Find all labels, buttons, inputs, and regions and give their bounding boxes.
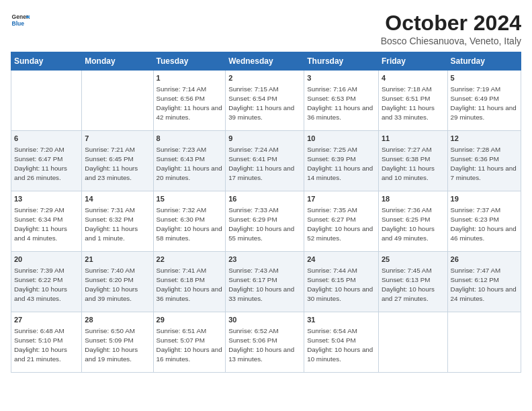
sunrise-text: Sunrise: 7:40 AM xyxy=(85,266,150,275)
weekday-header-saturday: Saturday xyxy=(447,52,521,71)
sunset-text: Sunset: 6:25 PM xyxy=(382,215,445,224)
calendar-cell: 10Sunrise: 7:25 AMSunset: 6:39 PMDayligh… xyxy=(304,131,379,191)
sunset-text: Sunset: 6:49 PM xyxy=(451,94,518,103)
weekday-header-row: SundayMondayTuesdayWednesdayThursdayFrid… xyxy=(11,52,521,71)
daylight-text: Daylight: 11 hours and 17 minutes. xyxy=(228,164,301,182)
calendar-cell: 3Sunrise: 7:16 AMSunset: 6:53 PMDaylight… xyxy=(304,71,379,131)
logo: General Blue xyxy=(11,11,30,30)
daylight-text: Daylight: 11 hours and 1 minute. xyxy=(85,224,150,242)
daylight-text: Daylight: 10 hours and 52 minutes. xyxy=(307,224,375,242)
sunset-text: Sunset: 6:43 PM xyxy=(157,154,223,164)
day-number: 13 xyxy=(14,194,79,204)
daylight-text: Daylight: 10 hours and 49 minutes. xyxy=(382,224,445,242)
daylight-text: Daylight: 11 hours and 29 minutes. xyxy=(451,103,518,122)
sunrise-text: Sunrise: 7:47 AM xyxy=(451,266,518,275)
sunset-text: Sunset: 6:23 PM xyxy=(451,215,518,224)
calendar-cell: 20Sunrise: 7:39 AMSunset: 6:22 PMDayligh… xyxy=(11,252,82,312)
calendar-cell: 28Sunrise: 6:50 AMSunset: 5:09 PMDayligh… xyxy=(82,312,153,373)
calendar-row: 20Sunrise: 7:39 AMSunset: 6:22 PMDayligh… xyxy=(11,252,521,312)
calendar-cell xyxy=(447,312,521,373)
calendar-cell: 11Sunrise: 7:27 AMSunset: 6:38 PMDayligh… xyxy=(378,131,447,191)
day-number: 31 xyxy=(307,315,375,325)
daylight-text: Daylight: 10 hours and 36 minutes. xyxy=(157,285,223,303)
daylight-text: Daylight: 10 hours and 39 minutes. xyxy=(85,285,150,303)
sunset-text: Sunset: 6:20 PM xyxy=(85,275,150,285)
daylight-text: Daylight: 10 hours and 55 minutes. xyxy=(228,224,301,242)
day-number: 8 xyxy=(157,134,223,144)
sunrise-text: Sunrise: 7:33 AM xyxy=(228,205,301,215)
daylight-text: Daylight: 10 hours and 13 minutes. xyxy=(228,345,301,363)
calendar-cell: 15Sunrise: 7:32 AMSunset: 6:30 PMDayligh… xyxy=(153,191,226,252)
day-number: 11 xyxy=(382,134,445,144)
calendar-cell: 9Sunrise: 7:24 AMSunset: 6:41 PMDaylight… xyxy=(226,131,304,191)
day-number: 28 xyxy=(85,315,150,325)
calendar-table: SundayMondayTuesdayWednesdayThursdayFrid… xyxy=(11,52,521,373)
sunrise-text: Sunrise: 7:29 AM xyxy=(14,205,79,215)
calendar-cell: 6Sunrise: 7:20 AMSunset: 6:47 PMDaylight… xyxy=(11,131,82,191)
daylight-text: Daylight: 10 hours and 10 minutes. xyxy=(307,345,375,363)
calendar-cell xyxy=(378,312,447,373)
sunset-text: Sunset: 6:18 PM xyxy=(157,275,223,285)
daylight-text: Daylight: 11 hours and 42 minutes. xyxy=(157,103,223,122)
daylight-text: Daylight: 10 hours and 16 minutes. xyxy=(157,345,223,363)
sunset-text: Sunset: 6:36 PM xyxy=(451,154,518,164)
calendar-cell xyxy=(82,71,153,131)
sunrise-text: Sunrise: 7:27 AM xyxy=(382,145,445,154)
daylight-text: Daylight: 11 hours and 26 minutes. xyxy=(14,164,79,182)
sunrise-text: Sunrise: 7:32 AM xyxy=(157,205,223,215)
sunrise-text: Sunrise: 7:25 AM xyxy=(307,145,375,154)
sunset-text: Sunset: 6:47 PM xyxy=(14,154,79,164)
svg-text:Blue: Blue xyxy=(12,20,25,27)
sunset-text: Sunset: 6:12 PM xyxy=(451,275,518,285)
sunset-text: Sunset: 6:34 PM xyxy=(14,215,79,224)
daylight-text: Daylight: 10 hours and 27 minutes. xyxy=(382,285,445,303)
sunrise-text: Sunrise: 6:51 AM xyxy=(157,326,223,336)
calendar-cell: 8Sunrise: 7:23 AMSunset: 6:43 PMDaylight… xyxy=(153,131,226,191)
day-number: 5 xyxy=(451,73,518,83)
sunrise-text: Sunrise: 7:31 AM xyxy=(85,205,150,215)
day-number: 14 xyxy=(85,194,150,204)
calendar-cell: 31Sunrise: 6:54 AMSunset: 5:04 PMDayligh… xyxy=(304,312,379,373)
day-number: 7 xyxy=(85,134,150,144)
sunset-text: Sunset: 6:56 PM xyxy=(157,94,223,103)
sunrise-text: Sunrise: 7:16 AM xyxy=(307,85,375,94)
sunrise-text: Sunrise: 7:19 AM xyxy=(451,85,518,94)
day-number: 24 xyxy=(307,255,375,265)
day-number: 21 xyxy=(85,255,150,265)
day-number: 18 xyxy=(382,194,445,204)
sunset-text: Sunset: 6:53 PM xyxy=(307,94,375,103)
day-number: 4 xyxy=(382,73,445,83)
day-number: 3 xyxy=(307,73,375,83)
calendar-cell: 25Sunrise: 7:45 AMSunset: 6:13 PMDayligh… xyxy=(378,252,447,312)
weekday-header-monday: Monday xyxy=(82,52,153,71)
sunset-text: Sunset: 6:29 PM xyxy=(228,215,301,224)
day-number: 23 xyxy=(228,255,301,265)
day-number: 19 xyxy=(451,194,518,204)
calendar-cell: 26Sunrise: 7:47 AMSunset: 6:12 PMDayligh… xyxy=(447,252,521,312)
calendar-row: 6Sunrise: 7:20 AMSunset: 6:47 PMDaylight… xyxy=(11,131,521,191)
sunrise-text: Sunrise: 7:39 AM xyxy=(14,266,79,275)
sunrise-text: Sunrise: 7:36 AM xyxy=(382,205,445,215)
sunrise-text: Sunrise: 7:43 AM xyxy=(228,266,301,275)
day-number: 9 xyxy=(228,134,301,144)
day-number: 12 xyxy=(451,134,518,144)
day-number: 25 xyxy=(382,255,445,265)
logo-icon: General Blue xyxy=(11,11,30,30)
calendar-cell: 19Sunrise: 7:37 AMSunset: 6:23 PMDayligh… xyxy=(447,191,521,252)
daylight-text: Daylight: 11 hours and 10 minutes. xyxy=(382,164,445,182)
sunset-text: Sunset: 5:09 PM xyxy=(85,336,150,345)
calendar-cell: 24Sunrise: 7:44 AMSunset: 6:15 PMDayligh… xyxy=(304,252,379,312)
daylight-text: Daylight: 10 hours and 33 minutes. xyxy=(228,285,301,303)
sunset-text: Sunset: 6:45 PM xyxy=(85,154,150,164)
sunrise-text: Sunrise: 6:50 AM xyxy=(85,326,150,336)
daylight-text: Daylight: 11 hours and 39 minutes. xyxy=(228,103,301,122)
calendar-cell: 21Sunrise: 7:40 AMSunset: 6:20 PMDayligh… xyxy=(82,252,153,312)
day-number: 10 xyxy=(307,134,375,144)
weekday-header-sunday: Sunday xyxy=(11,52,82,71)
sunset-text: Sunset: 6:51 PM xyxy=(382,94,445,103)
sunrise-text: Sunrise: 7:15 AM xyxy=(228,85,301,94)
calendar-cell: 13Sunrise: 7:29 AMSunset: 6:34 PMDayligh… xyxy=(11,191,82,252)
calendar-cell: 22Sunrise: 7:41 AMSunset: 6:18 PMDayligh… xyxy=(153,252,226,312)
daylight-text: Daylight: 10 hours and 19 minutes. xyxy=(85,345,150,363)
sunset-text: Sunset: 6:13 PM xyxy=(382,275,445,285)
